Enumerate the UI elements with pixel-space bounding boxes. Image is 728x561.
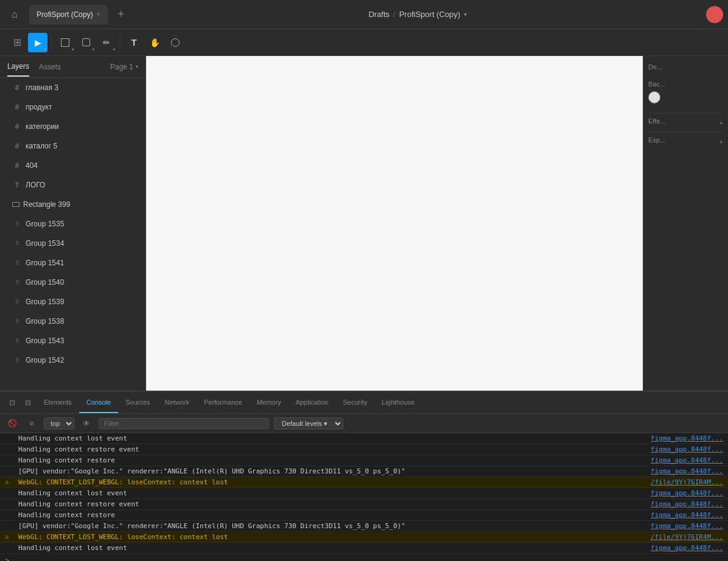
log-source[interactable]: figma_app.8448f... [651, 467, 723, 475]
tab-elements[interactable]: Elements [37, 392, 79, 413]
tab-lighthouse[interactable]: Lighthouse [374, 392, 422, 413]
canvas[interactable] [146, 56, 643, 391]
tab-layers[interactable]: Layers [7, 57, 29, 77]
log-source[interactable]: figma_app.8448f... [651, 445, 723, 453]
log-source[interactable]: figma_app.8448f... [651, 500, 723, 508]
grid-tool[interactable]: ⊞ [7, 33, 27, 52]
tab-security[interactable]: Security [335, 392, 374, 413]
dropdown-arrow-icon: ▾ [113, 47, 115, 51]
pen-tool[interactable]: ✏ ▾ [97, 33, 116, 52]
breadcrumb-drafts[interactable]: Drafts [368, 10, 390, 19]
background-section: Bac... [648, 80, 723, 103]
frame-tool[interactable]: ▾ [55, 33, 75, 52]
breadcrumb-title: ProfiSport (Copy) [399, 10, 460, 19]
log-source[interactable]: /file/9Yj76IR4M... [651, 533, 723, 541]
layer-item[interactable]: ⠿ Group 1538 [0, 312, 145, 331]
log-source[interactable]: figma_app.8448f... [651, 434, 723, 442]
hand-tool[interactable]: ✋ [145, 33, 164, 52]
log-row: [GPU] vendor:"Google Inc." renderer:"ANG… [0, 521, 728, 532]
right-panel: De... Bac... Effe... + Exp... + [643, 56, 728, 391]
log-text: Handling context restore event [18, 500, 646, 508]
layer-label: Group 1539 [26, 298, 64, 306]
log-source[interactable]: /file/9Yj76IR4M... [651, 478, 723, 486]
layer-item[interactable]: T ЛОГО [0, 175, 145, 195]
log-source[interactable]: figma_app.8448f... [651, 456, 723, 464]
log-source[interactable]: figma_app.8448f... [651, 511, 723, 519]
frame-icon: # [12, 83, 22, 92]
layer-label: Rectangle 399 [23, 200, 70, 209]
text-tool[interactable]: T [124, 33, 144, 52]
devtools-device-icon[interactable]: ⊟ [21, 395, 35, 410]
eye-icon[interactable]: 👁 [79, 416, 94, 431]
page-selector[interactable]: Page 1 ▾ [110, 63, 138, 71]
new-tab-button[interactable]: + [113, 6, 130, 23]
log-text: WebGL: CONTEXT_LOST_WEBGL: loseContext: … [18, 478, 646, 486]
tab-assets[interactable]: Assets [39, 58, 61, 76]
clear-console-icon[interactable]: 🚫 [5, 416, 19, 431]
tab-application[interactable]: Application [289, 392, 336, 413]
hand-tool-icon: ✋ [150, 38, 160, 47]
dropdown-arrow-icon: ▾ [93, 47, 94, 51]
topbar: ⌂ ProfiSport (Copy) × + Drafts / ProfiSp… [0, 0, 728, 29]
avatar[interactable] [706, 6, 723, 23]
log-text: [GPU] vendor:"Google Inc." renderer:"ANG… [18, 467, 646, 475]
breadcrumb-separator: / [393, 10, 396, 19]
layer-item[interactable]: ⠿ Group 1535 [0, 214, 145, 234]
layer-item[interactable]: ⠿ Group 1541 [0, 253, 145, 273]
console-log: Handling context lost event figma_app.84… [0, 433, 728, 561]
export-label: Exp... [648, 136, 665, 144]
active-tab[interactable]: ProfiSport (Copy) × [29, 5, 108, 24]
log-source[interactable]: figma_app.8448f... [651, 489, 723, 497]
log-text: Handling context restore [18, 511, 646, 519]
layer-item[interactable]: # продукт [0, 97, 145, 117]
filter-input[interactable] [99, 418, 269, 429]
layer-item[interactable]: ⠿ Group 1539 [0, 292, 145, 312]
shape-tool[interactable]: ▾ [76, 33, 96, 52]
close-tab-icon[interactable]: × [97, 11, 100, 18]
color-swatch[interactable] [648, 91, 660, 103]
pen-tool-icon: ✏ [103, 38, 110, 47]
layer-item[interactable]: ⠿ Group 1534 [0, 234, 145, 253]
breadcrumb: Drafts / ProfiSport (Copy) ▾ [135, 10, 701, 19]
tab-network[interactable]: Network [158, 392, 197, 413]
log-row: Handling context restore event figma_app… [0, 444, 728, 455]
layer-item[interactable]: ⠿ Group 1543 [0, 331, 145, 350]
breadcrumb-chevron-icon[interactable]: ▾ [464, 11, 467, 18]
add-export-icon[interactable]: + [719, 138, 723, 145]
tab-memory[interactable]: Memory [250, 392, 289, 413]
home-icon[interactable]: ⌂ [5, 5, 24, 24]
frame-icon: # [12, 142, 22, 150]
layer-item[interactable]: # каталог 5 [0, 136, 145, 156]
devtools-filter-bar: 🚫 ⊘ top 👁 Default levels ▾ [0, 414, 728, 433]
layer-item[interactable]: # категории [0, 117, 145, 136]
layer-item[interactable]: # главная 3 [0, 78, 145, 97]
layer-item[interactable]: # 404 [0, 156, 145, 175]
dropdown-arrow-icon: ▾ [72, 47, 74, 51]
layer-item[interactable]: ⠿ Group 1540 [0, 273, 145, 292]
add-effect-icon[interactable]: + [719, 119, 723, 127]
text-icon: T [12, 181, 22, 189]
log-row-warning: ⚠ WebGL: CONTEXT_LOST_WEBGL: loseContext… [0, 532, 728, 543]
log-source[interactable]: figma_app.8448f... [651, 544, 723, 552]
group-icon: ⠿ [12, 260, 22, 267]
tab-performance[interactable]: Performance [197, 392, 250, 413]
caret-symbol: > [5, 556, 9, 561]
comment-tool[interactable] [166, 33, 185, 52]
layer-item[interactable]: Rectangle 399 [0, 195, 145, 214]
layer-label: 404 [26, 161, 38, 170]
tab-sources[interactable]: Sources [118, 392, 157, 413]
log-source[interactable]: figma_app.8448f... [651, 522, 723, 530]
levels-select[interactable]: Default levels ▾ [274, 417, 343, 430]
context-select[interactable]: top [44, 417, 74, 430]
layer-label: Group 1534 [26, 239, 64, 248]
console-caret[interactable]: > [0, 554, 728, 561]
devtools-cursor-icon[interactable]: ⊡ [5, 395, 19, 410]
log-row: Handling context restore figma_app.8448f… [0, 510, 728, 521]
warning-icon: ⚠ [5, 478, 13, 485]
log-row: Handling context lost event figma_app.84… [0, 488, 728, 499]
tab-console[interactable]: Console [79, 392, 118, 413]
pause-icon[interactable]: ⊘ [24, 416, 39, 431]
move-tool[interactable]: ▶ ▾ [28, 33, 47, 52]
layer-label: Group 1538 [26, 317, 64, 326]
layer-item[interactable]: ⠿ Group 1542 [0, 350, 145, 370]
